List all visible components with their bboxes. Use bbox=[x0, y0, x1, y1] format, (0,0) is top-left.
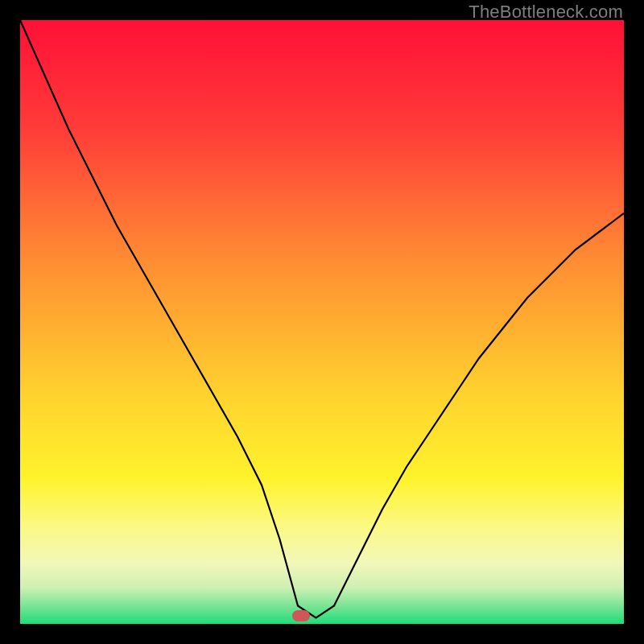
chart-frame: TheBottleneck.com bbox=[0, 0, 644, 644]
plot-area bbox=[20, 20, 624, 624]
heatmap-gradient bbox=[20, 20, 624, 624]
watermark-text: TheBottleneck.com bbox=[469, 2, 623, 23]
svg-rect-0 bbox=[20, 20, 624, 624]
optimum-marker bbox=[292, 610, 310, 621]
